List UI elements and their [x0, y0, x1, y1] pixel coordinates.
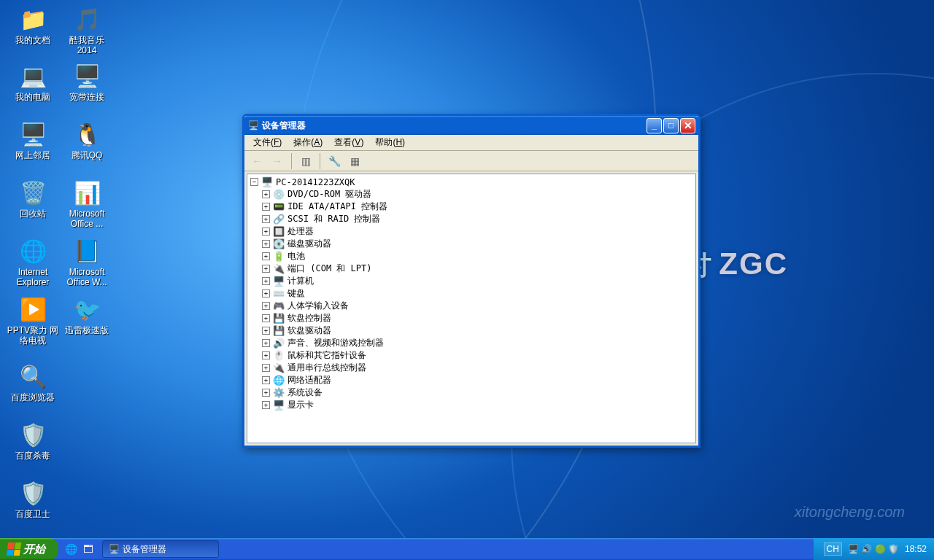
pptv-icon: ▶️	[18, 295, 47, 324]
desktop-icon-baidu-browser[interactable]: 🔍百度浏览器	[6, 362, 60, 402]
desktop-icon-label: 我的文档	[6, 35, 60, 45]
collapse-icon[interactable]: −	[250, 178, 258, 186]
xunlei-icon: 🐦	[72, 295, 101, 324]
tree-node[interactable]: +🎮人体学输入设备	[249, 300, 694, 312]
close-button[interactable]: ✕	[680, 118, 695, 133]
device-category-icon: 🖥️	[273, 400, 285, 411]
tree-node[interactable]: +🔲处理器	[249, 225, 694, 238]
tree-node[interactable]: +💾软盘驱动器	[249, 324, 694, 337]
desktop-icon-baidu-guard[interactable]: 🛡️百度卫士	[6, 478, 60, 519]
clock[interactable]: 18:52	[905, 544, 927, 554]
expand-icon[interactable]: +	[262, 401, 270, 409]
tree-node[interactable]: +🔗SCSI 和 RAID 控制器	[249, 213, 694, 225]
tree-node[interactable]: +💾软盘控制器	[249, 312, 694, 324]
windows-flag-icon	[7, 542, 22, 556]
desktop-icon-ms-office-w[interactable]: 📘Microsoft Office W...	[60, 236, 114, 287]
desktop-icon-my-computer[interactable]: 💻我的电脑	[6, 61, 60, 102]
tree-node[interactable]: +🔌通用串行总线控制器	[249, 362, 694, 374]
desktop-icon-ms-office[interactable]: 📊Microsoft Office ...	[60, 178, 114, 229]
desktop-icon-internet-explorer[interactable]: 🌐Internet Explorer	[6, 236, 60, 287]
ql-ie-icon[interactable]: 🌐	[63, 541, 79, 557]
device-tree[interactable]: − 🖥️ PC-20141223ZXQK +💿DVD/CD-ROM 驱动器+📟I…	[247, 174, 696, 443]
scan-hardware-button[interactable]: ▦	[347, 153, 363, 169]
expand-icon[interactable]: +	[262, 314, 270, 322]
desktop-icon-recycle-bin[interactable]: 🗑️回收站	[6, 178, 60, 219]
tree-node[interactable]: +⌨️键盘	[249, 287, 694, 300]
device-category-icon: 💾	[273, 313, 285, 324]
tree-node[interactable]: +📟IDE ATA/ATAPI 控制器	[249, 201, 694, 213]
start-button[interactable]: 开始	[0, 538, 58, 560]
titlebar[interactable]: 🖥️ 设备管理器 _ □ ✕	[244, 116, 698, 135]
tree-node[interactable]: +🖥️显示卡	[249, 399, 694, 411]
expand-icon[interactable]: +	[262, 228, 270, 236]
menu-f[interactable]: 文件(F)	[247, 135, 287, 150]
tree-node-label: IDE ATA/ATAPI 控制器	[287, 201, 387, 213]
tray-icons[interactable]: 🖥️ 🔊 🟢 🛡️	[848, 544, 899, 554]
desktop-icon-xunlei[interactable]: 🐦迅雷极速版	[60, 295, 114, 335]
tree-node-label: 软盘控制器	[287, 312, 331, 324]
expand-icon[interactable]: +	[262, 289, 270, 298]
expand-icon[interactable]: +	[262, 389, 270, 397]
properties-button[interactable]: 🔧	[326, 153, 342, 169]
taskbar-button-device-manager[interactable]: 🖥️ 设备管理器	[102, 540, 219, 558]
tree-node[interactable]: +🌐网络适配器	[249, 374, 694, 386]
tree-node[interactable]: +💿DVD/CD-ROM 驱动器	[249, 188, 694, 201]
minimize-button[interactable]: _	[647, 118, 662, 133]
expand-icon[interactable]: +	[262, 327, 270, 335]
desktop-icon-baidu-antivirus[interactable]: 🛡️百度杀毒	[6, 420, 60, 461]
expand-icon[interactable]: +	[262, 376, 270, 384]
expand-icon[interactable]: +	[262, 265, 270, 273]
taskbtn-icon: 🖥️	[109, 544, 120, 554]
tree-node[interactable]: +🔋电池	[249, 250, 694, 262]
menu-a[interactable]: 操作(A)	[287, 135, 328, 150]
taskbtn-label: 设备管理器	[123, 543, 166, 556]
toolbar-separator	[320, 153, 320, 169]
device-category-icon: 🔋	[273, 251, 285, 262]
tree-node[interactable]: +🖥️计算机	[249, 275, 694, 287]
tree-node[interactable]: +🔊声音、视频和游戏控制器	[249, 337, 694, 349]
desktop-icon-label: 宽带连接	[60, 92, 114, 102]
tree-node[interactable]: +🔌端口 (COM 和 LPT)	[249, 262, 694, 275]
ql-show-desktop-icon[interactable]: 🗔	[80, 541, 96, 557]
tree-node-label: 端口 (COM 和 LPT)	[287, 262, 371, 275]
device-category-icon: 🔲	[273, 226, 285, 238]
desktop-icon-kuwo-music[interactable]: 🎵酷我音乐 2014	[60, 4, 114, 55]
desktop-icon-pptv[interactable]: ▶️PPTV聚力 网 络电视	[6, 295, 60, 346]
device-category-icon: 🔊	[273, 338, 285, 349]
language-indicator[interactable]: CH	[824, 542, 842, 556]
toolbar: ← → ▥ 🔧 ▦	[244, 151, 698, 171]
expand-icon[interactable]: +	[262, 277, 270, 285]
expand-icon[interactable]: +	[262, 364, 270, 372]
desktop-icon-label: 我的电脑	[6, 92, 60, 102]
device-category-icon: 🖥️	[273, 276, 285, 287]
desktop-icon-label: 网上邻居	[6, 150, 60, 160]
desktop-icon-label: 百度卫士	[6, 509, 60, 519]
show-hide-tree-button[interactable]: ▥	[298, 153, 314, 169]
tencent-qq-icon: 🐧	[72, 120, 101, 149]
menu-v[interactable]: 查看(V)	[328, 135, 369, 150]
expand-icon[interactable]: +	[262, 252, 270, 260]
expand-icon[interactable]: +	[262, 302, 270, 310]
desktop-icon-my-documents[interactable]: 📁我的文档	[6, 4, 60, 45]
desktop-icon-tencent-qq[interactable]: 🐧腾讯QQ	[60, 120, 114, 160]
device-category-icon: 💿	[273, 189, 285, 201]
expand-icon[interactable]: +	[262, 203, 270, 211]
expand-icon[interactable]: +	[262, 339, 270, 347]
tree-node-label: 磁盘驱动器	[287, 238, 331, 250]
expand-icon[interactable]: +	[262, 215, 270, 223]
maximize-button[interactable]: □	[663, 118, 679, 133]
tree-node[interactable]: +⚙️系统设备	[249, 386, 694, 399]
device-manager-window: 🖥️ 设备管理器 _ □ ✕ 文件(F)操作(A)查看(V)帮助(H) ← → …	[242, 114, 700, 448]
desktop-icon-broadband[interactable]: 🖥️宽带连接	[60, 61, 114, 102]
menu-h[interactable]: 帮助(H)	[369, 135, 411, 150]
expand-icon[interactable]: +	[262, 190, 270, 198]
tree-node[interactable]: +🖱️鼠标和其它指针设备	[249, 349, 694, 362]
nav-forward-button: →	[269, 153, 285, 169]
desktop-icon-label: Microsoft Office W...	[60, 267, 114, 287]
expand-icon[interactable]: +	[262, 351, 270, 359]
tree-node[interactable]: +💽磁盘驱动器	[249, 238, 694, 250]
tree-root[interactable]: − 🖥️ PC-20141223ZXQK	[249, 176, 694, 188]
expand-icon[interactable]: +	[262, 240, 270, 248]
desktop-icon-label: Internet Explorer	[6, 267, 60, 287]
desktop-icon-network-places[interactable]: 🖥️网上邻居	[6, 120, 60, 160]
